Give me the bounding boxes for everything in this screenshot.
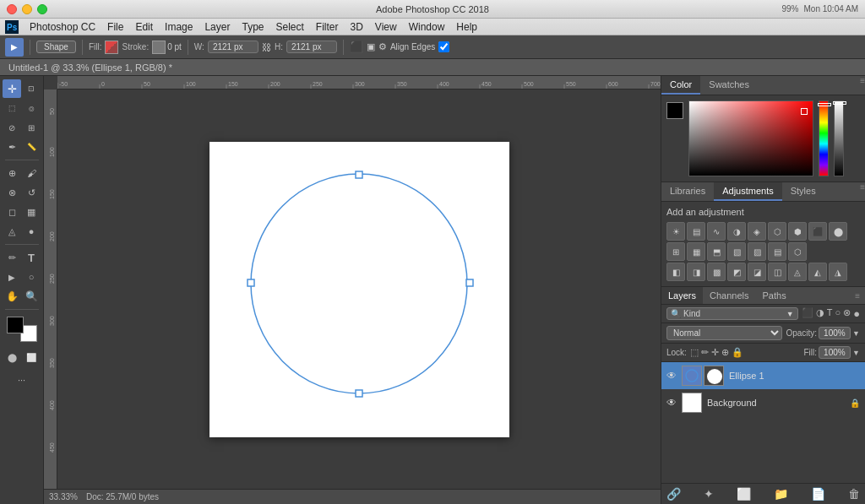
settings-icon[interactable]: ⚙ bbox=[378, 41, 387, 52]
align-edges-checkbox[interactable] bbox=[438, 41, 449, 52]
tab-libraries[interactable]: Libraries bbox=[661, 182, 714, 201]
adj-channel-mixer[interactable]: ⊞ bbox=[666, 242, 685, 261]
height-input[interactable] bbox=[286, 41, 337, 53]
quick-select-tool[interactable]: ⊘ bbox=[3, 118, 21, 137]
shape-tool[interactable]: ○ bbox=[22, 268, 41, 286]
path-selection-tool[interactable]: ▶ bbox=[3, 268, 21, 286]
menu-help[interactable]: Help bbox=[450, 19, 483, 35]
adj-curves[interactable]: ∿ bbox=[707, 222, 726, 241]
foreground-color-swatch[interactable] bbox=[7, 317, 24, 333]
anchor-top[interactable] bbox=[356, 171, 362, 178]
lock-transparent-icon[interactable]: ⬚ bbox=[690, 347, 699, 358]
color-preview-swatch[interactable] bbox=[666, 102, 683, 119]
eyedropper-tool[interactable]: ✒ bbox=[3, 138, 21, 156]
adj-black-white[interactable]: ⬛ bbox=[808, 222, 827, 241]
fill-dropdown-icon[interactable]: ▼ bbox=[852, 349, 860, 357]
delete-layer-icon[interactable]: 🗑 bbox=[848, 487, 860, 501]
adj-extra4[interactable]: ◩ bbox=[727, 263, 746, 281]
adj-extra5[interactable]: ◪ bbox=[748, 263, 766, 281]
stroke-swatch[interactable] bbox=[152, 41, 166, 54]
align-left-icon[interactable]: ⬛ bbox=[350, 41, 363, 53]
menu-photoshop[interactable]: Photoshop CC bbox=[24, 19, 101, 35]
tab-channels[interactable]: Channels bbox=[703, 287, 755, 304]
maximize-button[interactable] bbox=[37, 4, 47, 14]
menu-image[interactable]: Image bbox=[159, 19, 199, 35]
new-layer-icon[interactable]: 📄 bbox=[811, 487, 825, 501]
traffic-lights[interactable] bbox=[7, 4, 47, 14]
tab-color[interactable]: Color bbox=[661, 76, 700, 95]
adj-selective-color[interactable]: ⬡ bbox=[788, 242, 807, 261]
more-tools[interactable]: ··· bbox=[13, 371, 31, 389]
filter-shape-icon[interactable]: ○ bbox=[835, 307, 841, 320]
adj-color-balance[interactable]: ⬢ bbox=[788, 222, 807, 241]
adj-extra9[interactable]: ◮ bbox=[829, 263, 847, 281]
gradient-tool[interactable]: ▦ bbox=[22, 203, 41, 221]
ruler-tool[interactable]: 📏 bbox=[22, 138, 41, 156]
menu-window[interactable]: Window bbox=[403, 19, 451, 35]
menu-edit[interactable]: Edit bbox=[129, 19, 159, 35]
color-gradient-picker[interactable] bbox=[688, 100, 813, 176]
adj-extra8[interactable]: ◭ bbox=[808, 263, 827, 281]
filter-adjust-icon[interactable]: ◑ bbox=[816, 307, 824, 320]
marquee-tool[interactable]: ⬚ bbox=[3, 99, 21, 117]
filter-toggle-icon[interactable]: ● bbox=[853, 307, 860, 320]
adj-gradient-map[interactable]: ▤ bbox=[768, 242, 786, 261]
document-tab[interactable]: Untitled-1 @ 33.3% (Ellipse 1, RGB/8) * bbox=[0, 59, 865, 76]
menu-filter[interactable]: Filter bbox=[310, 19, 345, 35]
adj-panel-menu[interactable]: ≡ bbox=[860, 182, 865, 201]
menu-select[interactable]: Select bbox=[269, 19, 309, 35]
move-tool[interactable]: ✛ bbox=[3, 79, 21, 98]
filter-pixel-icon[interactable]: ⬛ bbox=[802, 307, 813, 320]
opacity-strip[interactable] bbox=[834, 100, 844, 176]
adj-hue[interactable]: ⬡ bbox=[768, 222, 786, 241]
color-picker-cursor[interactable] bbox=[801, 108, 808, 115]
menu-3d[interactable]: 3D bbox=[345, 19, 369, 35]
anchor-bottom[interactable] bbox=[356, 390, 362, 397]
layer-item-background[interactable]: 👁 Background 🔒 bbox=[661, 389, 865, 416]
crop-tool[interactable]: ⊞ bbox=[22, 118, 41, 137]
opacity-input[interactable] bbox=[819, 327, 851, 339]
layer-filter-type[interactable]: 🔍 Kind ▼ bbox=[666, 307, 798, 320]
tab-adjustments[interactable]: Adjustments bbox=[714, 182, 782, 201]
canvas-area[interactable]: // Ruler ticks drawn via SVG -50 0 50 10… bbox=[44, 76, 661, 504]
adj-brightness[interactable]: ☀ bbox=[666, 222, 685, 241]
tab-swatches[interactable]: Swatches bbox=[700, 76, 758, 95]
hue-strip[interactable] bbox=[819, 100, 829, 176]
screen-mode-icon[interactable]: ⬜ bbox=[22, 348, 41, 366]
canvas-scroll[interactable] bbox=[57, 89, 661, 489]
fill-control[interactable] bbox=[105, 41, 118, 54]
layer-item-ellipse[interactable]: 👁 Ellipse 1 bbox=[661, 362, 865, 389]
eraser-tool[interactable]: ◻ bbox=[3, 203, 21, 221]
tab-styles[interactable]: Styles bbox=[782, 182, 824, 201]
adj-extra6[interactable]: ◫ bbox=[768, 263, 786, 281]
lock-all-icon[interactable]: 🔒 bbox=[732, 347, 743, 358]
layer-visibility-background[interactable]: 👁 bbox=[666, 397, 677, 409]
adj-extra7[interactable]: ◬ bbox=[788, 263, 807, 281]
align-center-icon[interactable]: ▣ bbox=[367, 41, 375, 52]
filter-type-icon[interactable]: T bbox=[827, 307, 833, 320]
text-tool[interactable]: T bbox=[22, 248, 41, 267]
pen-tool[interactable]: ✏ bbox=[3, 248, 21, 267]
link-layers-icon[interactable]: 🔗 bbox=[666, 487, 681, 501]
canvas-document[interactable] bbox=[209, 142, 509, 437]
artboard-tool[interactable]: ⊡ bbox=[22, 79, 41, 98]
adj-levels[interactable]: ▤ bbox=[687, 222, 705, 241]
history-brush-tool[interactable]: ↺ bbox=[22, 183, 41, 202]
tab-paths[interactable]: Paths bbox=[756, 287, 793, 304]
minimize-button[interactable] bbox=[22, 4, 32, 14]
lock-pixels-icon[interactable]: ✏ bbox=[701, 347, 709, 358]
dodge-tool[interactable]: ● bbox=[22, 222, 41, 241]
clone-stamp-tool[interactable]: ⊗ bbox=[3, 183, 21, 202]
filter-dropdown-icon[interactable]: ▼ bbox=[786, 310, 794, 318]
stroke-control[interactable]: 0 pt bbox=[152, 41, 182, 54]
adj-extra3[interactable]: ▩ bbox=[707, 263, 726, 281]
lock-artboards-icon[interactable]: ⊕ bbox=[721, 347, 729, 358]
anchor-right[interactable] bbox=[466, 279, 473, 286]
adj-invert[interactable]: ⬒ bbox=[707, 242, 726, 261]
opacity-dropdown-icon[interactable]: ▼ bbox=[852, 329, 860, 338]
adj-vibrance[interactable]: ◈ bbox=[748, 222, 766, 241]
healing-tool[interactable]: ⊕ bbox=[3, 164, 21, 182]
fill-input[interactable] bbox=[819, 346, 851, 359]
adj-extra1[interactable]: ◧ bbox=[666, 263, 685, 281]
hand-tool[interactable]: ✋ bbox=[3, 287, 21, 306]
